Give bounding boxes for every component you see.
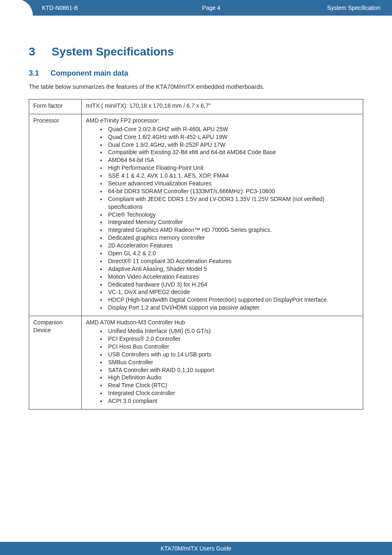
list-item: Open GL 4.2 & 2.0 <box>106 250 359 257</box>
section-title: System Specifications <box>52 45 174 58</box>
subsection-number: 3.1 <box>29 69 48 78</box>
list-item: Motion Video Acceleration Features <box>106 273 359 281</box>
spec-table: Form factor mITX ( miniITX): 170,18 x 17… <box>29 99 363 409</box>
list-item: High Definition Audio <box>106 374 359 382</box>
list-item: Integrated Memory Controller <box>106 218 359 226</box>
list-item: Display Port 1.2 and DVI/HDMI support vi… <box>106 304 359 312</box>
list-item: High Performance Floating-Point Unit <box>106 164 359 172</box>
companion-lead: AMD A70M Hudson-M3 Controller Hub <box>86 319 359 326</box>
section-number: 3 <box>29 45 48 58</box>
subsection-heading: 3.1 Component main data <box>29 69 363 78</box>
list-item: Dedicated hardware (UVD 3) for H.264 <box>106 281 359 289</box>
list-item: Unified Media Interface (UMI) (5.0 GT/s) <box>106 327 359 335</box>
header-section: System Specification <box>267 5 392 11</box>
list-item: SMBus Controller <box>106 358 359 366</box>
list-item: DirectX® 11 compliant 3D Acceleration Fe… <box>106 257 359 265</box>
list-item: Quad-Core 2.0/2.8 GHZ with R-460L APU 25… <box>106 125 359 133</box>
list-item: Quad Core 1.6/2.4GHz with R-452-L APU 19… <box>106 133 359 141</box>
list-item: SSE 4.1 & 4.2, AVX 1.0 &1.1, AES, XOP, F… <box>106 172 359 180</box>
page-body: 3 System Specifications 3.1 Component ma… <box>0 16 392 539</box>
list-item: AMD64 64-bit ISA <box>106 156 359 164</box>
table-row: Companion Device AMD A70M Hudson-M3 Cont… <box>29 316 363 409</box>
header-doc-id: KTD-N0861-B <box>33 5 155 11</box>
list-item: VC-1, DivX and MPEG2 decode <box>106 288 359 296</box>
companion-label-line2: Device <box>33 327 51 333</box>
section-heading: 3 System Specifications <box>29 45 363 58</box>
list-item: Compliant with JEDEC DDR3 1.5V and LV-DD… <box>106 195 359 211</box>
header-bar: KTD-N0861-B Page 4 System Specification <box>0 0 392 16</box>
table-row: Form factor mITX ( miniITX): 170,18 x 17… <box>29 99 363 114</box>
list-item: Integrated Graphics AMD Radeon™ HD 7000G… <box>106 226 359 234</box>
list-item: Dedicated graphics memory controller <box>106 234 359 242</box>
list-item: Real Time Clock (RTC) <box>106 382 359 389</box>
form-factor-value: mITX ( miniITX): 170,18 x 170,18 mm / 6,… <box>82 99 363 114</box>
processor-cell: AMD eTrinity FP2 processor: Quad-Core 2.… <box>82 114 363 316</box>
footer-text: KTA70M/mITX Users Guide <box>161 545 231 552</box>
table-row: Processor AMD eTrinity FP2 processor: Qu… <box>29 114 363 316</box>
header-page: Page 4 <box>155 5 268 11</box>
list-item: Secure advanced Virtualization Features <box>106 180 359 187</box>
list-item: 2D Acceleration Features <box>106 242 359 250</box>
intro-text: The table below summarizes the features … <box>29 83 363 90</box>
list-item: SATA Controller with RAID 0,1,10 support <box>106 366 359 374</box>
list-item: PCI Express® 2.0 Controller <box>106 335 359 343</box>
list-item: PCIe® Technology <box>106 211 359 219</box>
companion-list: Unified Media Interface (UMI) (5.0 GT/s)… <box>86 327 359 405</box>
list-item: USB Controllers with up to 14 USB ports <box>106 351 359 358</box>
list-item: Dual Core 1.9/2.4GHz, with R-252F APU 17… <box>106 141 359 149</box>
list-item: 64-bit DDR3 SDRAM Controller (1333MT/s,6… <box>106 187 359 195</box>
companion-cell: AMD A70M Hudson-M3 Controller Hub Unifie… <box>82 316 363 409</box>
header-curve <box>0 0 33 16</box>
footer-bar: KTA70M/mITX Users Guide <box>0 542 392 555</box>
list-item: Adaptive Anti Aliasing, Shader Model 5 <box>106 265 359 273</box>
list-item: PCI Host Bus Controller <box>106 343 359 351</box>
list-item: Integrated Clock controller <box>106 389 359 397</box>
list-item: HDCP (High-bandwidth Digital Content Pro… <box>106 296 359 304</box>
processor-list: Quad-Core 2.0/2.8 GHZ with R-460L APU 25… <box>86 125 359 312</box>
companion-label: Companion Device <box>29 316 82 409</box>
processor-label: Processor <box>29 114 82 316</box>
subsection-title: Component main data <box>51 69 128 77</box>
list-item: ACPI 3.0 compliant <box>106 397 359 405</box>
form-factor-label: Form factor <box>29 99 82 114</box>
processor-lead: AMD eTrinity FP2 processor: <box>86 117 359 125</box>
companion-label-line1: Companion <box>33 319 63 326</box>
list-item: Compatible with Existing 32-Bit x86 and … <box>106 148 359 156</box>
